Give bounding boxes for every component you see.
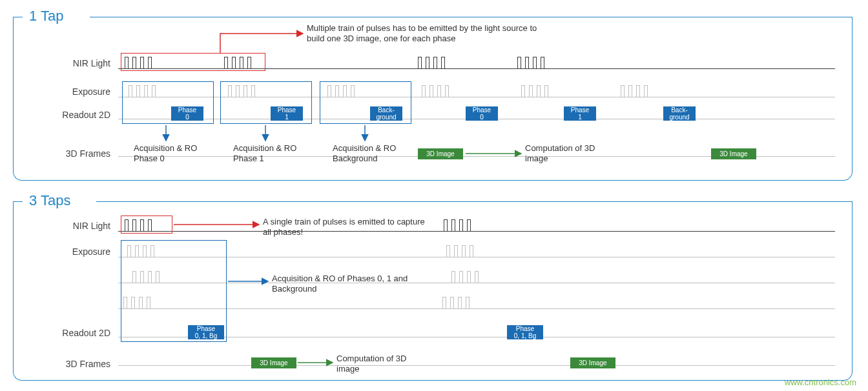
panel-top-border: [96, 201, 852, 202]
exp2-row1-b: [446, 245, 473, 257]
compute-label-2: Computation of 3D image: [336, 354, 427, 375]
phase-badge-bgb: Back- ground: [663, 106, 696, 121]
acq-box-p1: [220, 81, 312, 124]
phase-badge-all-a: Phase 0, 1, Bg: [188, 325, 224, 339]
acq-label-p1: Acquisition & RO Phase 1: [233, 143, 311, 163]
panel-top-border: [90, 17, 852, 17]
note-acq-ro-phases: Acquisition & RO of Phases 0, 1 and Back…: [272, 274, 414, 295]
3d-image-badge-1: 3D Image: [418, 148, 463, 159]
3d-image-badge-2: 3D Image: [711, 148, 756, 159]
exp-pulses-5: [521, 85, 548, 97]
red-highlight-3taps: [121, 216, 172, 234]
label-nir-2: NIR Light: [39, 221, 110, 231]
panel-top-border: [14, 17, 23, 17]
label-frames: 3D Frames: [39, 148, 110, 159]
panel-3taps: 3 Taps NIR Light Exposure Readout 2D 3D …: [13, 201, 852, 381]
label-readout-2: Readout 2D: [39, 328, 110, 338]
phase-badge-1b: Phase 1: [564, 106, 596, 121]
acq-box-p0: [122, 81, 214, 124]
note-single-pulse: A single train of pulses is emitted to c…: [263, 217, 431, 238]
phase-badge-all-b: Phase 0, 1, Bg: [507, 325, 543, 339]
label-exposure: Exposure: [39, 86, 110, 97]
nir-pulses-2-2: [444, 219, 471, 231]
acq-label-p0: Acquisition & RO Phase 0: [134, 143, 211, 163]
exp2-row2-b: [451, 271, 479, 283]
acq-label-bg: Acquisition & RO Background: [333, 143, 417, 163]
note-multi-pulse: Multiple train of pulses has to be emitt…: [307, 23, 546, 45]
exp-pulses-4: [422, 85, 449, 97]
nir-pulses-4: [517, 57, 544, 68]
acq-box-bg: [320, 81, 411, 124]
label-readout: Readout 2D: [39, 110, 110, 120]
exp2-row3-b: [442, 297, 470, 308]
3d-image-badge-4: 3D Image: [570, 357, 615, 368]
label-exposure-2: Exposure: [39, 246, 110, 257]
panel-title-3taps: 3 Taps: [25, 192, 74, 209]
label-nir: NIR Light: [39, 58, 110, 68]
red-highlight-1tap: [121, 53, 265, 71]
panel-1tap: 1 Tap NIR Light Exposure Readout 2D 3D F…: [13, 17, 852, 181]
phase-badge-0b: Phase 0: [466, 106, 498, 121]
label-frames-2: 3D Frames: [39, 359, 110, 369]
panel-top-border: [14, 201, 23, 202]
panel-title-1tap: 1 Tap: [25, 8, 67, 25]
frames-baseline-2: [118, 365, 835, 366]
3d-image-badge-3: 3D Image: [251, 357, 296, 368]
exp-pulses-6: [621, 85, 648, 97]
nir-baseline-2: [118, 231, 835, 232]
nir-pulses-3: [418, 57, 445, 68]
compute-label-1: Computation of 3D image: [525, 143, 603, 163]
watermark: www.cntronics.com: [785, 377, 856, 387]
